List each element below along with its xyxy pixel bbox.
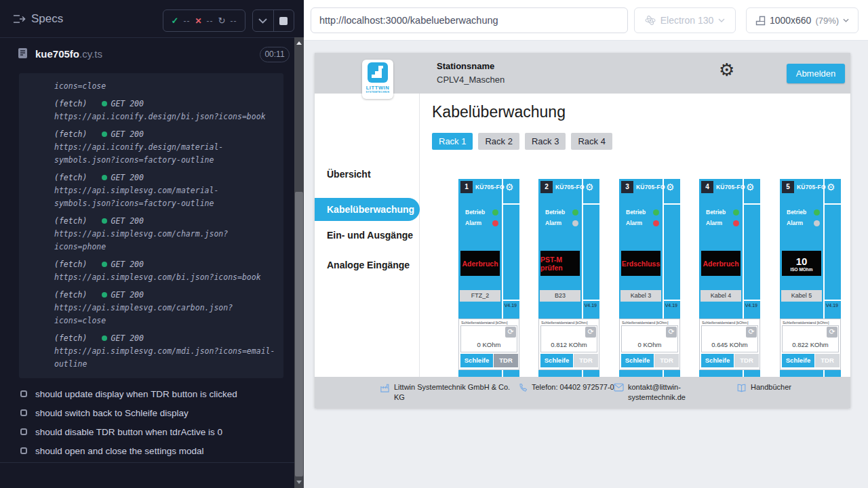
footer-manuals-link[interactable]: Handbücher — [736, 382, 791, 393]
firmware-version: V4.19 — [663, 303, 679, 308]
tdr-button[interactable]: TDR — [494, 354, 518, 367]
alarm-led — [733, 220, 739, 226]
betrieb-label: Betrieb — [626, 209, 649, 216]
resistance-label: Schleifenwiderstand [kOhm] — [702, 321, 760, 325]
zoom-level: (79%) — [815, 16, 839, 26]
scrollbar-thumb[interactable] — [295, 192, 303, 476]
logout-button[interactable]: Abmelden — [787, 64, 845, 83]
viewport-select[interactable]: 1000x660 (79%) — [746, 7, 859, 33]
betrieb-label: Betrieb — [545, 209, 568, 216]
device-settings-icon[interactable]: ⚙ — [827, 182, 835, 192]
tab-rack-2[interactable]: Rack 2 — [478, 133, 519, 150]
slot-number-badge: 1 — [460, 181, 473, 193]
cable-name: Kabel 5 — [781, 290, 822, 302]
sidebar-item-analoge-eingaenge[interactable]: Analoge Eingänge — [315, 256, 420, 274]
status-ok-icon — [102, 218, 107, 224]
alarm-label: Alarm — [626, 220, 649, 226]
specs-link[interactable]: Specs — [31, 12, 63, 26]
alarm-label: Alarm — [706, 220, 729, 226]
tdr-button[interactable]: TDR — [734, 354, 759, 367]
test-status-icon — [20, 390, 27, 397]
browser-select[interactable]: Electron 130 — [634, 7, 736, 33]
refresh-icon[interactable]: ⟳ — [827, 327, 837, 338]
log-entry[interactable]: (fetch)GET 200 https://api.simplesvg.com… — [54, 171, 283, 210]
sidebar-item-uebersicht[interactable]: Übersicht — [315, 165, 420, 183]
stop-run-button[interactable] — [273, 10, 294, 31]
resistance-section: Schleifenwiderstand [kOhm] ⟳ 0.822 KOhm … — [780, 319, 841, 370]
alarm-led — [814, 220, 820, 226]
device-settings-icon[interactable]: ⚙ — [746, 182, 755, 192]
status-display: Erdschluss — [621, 251, 660, 276]
tab-rack-3[interactable]: Rack 3 — [525, 133, 566, 150]
divider — [0, 462, 294, 463]
log-url: https://api.iconify.design/material-symb… — [54, 141, 278, 167]
test-status-icon — [20, 409, 27, 416]
url-input[interactable] — [311, 7, 628, 33]
schleife-button[interactable]: Schleife — [540, 354, 573, 367]
reporter-scrollbar — [294, 0, 304, 488]
app-header: Stationsname CPLV4_Maschen ⚙ Abmelden — [315, 53, 850, 94]
app-under-test: Stationsname CPLV4_Maschen ⚙ Abmelden LI… — [315, 53, 850, 408]
device-settings-icon[interactable]: ⚙ — [666, 182, 675, 192]
test-item[interactable]: should update display when TDR button is… — [0, 386, 294, 405]
betrieb-led — [572, 209, 578, 216]
footer-email: kontakt@littwin-systemtechnik.de — [614, 382, 706, 403]
schleife-button[interactable]: Schleife — [782, 354, 814, 367]
test-item[interactable]: should disable TDR button when tdrActive… — [0, 424, 294, 443]
log-entry[interactable]: (fetch)GET 200 https://api.simplesvg.com… — [54, 258, 283, 284]
test-item[interactable]: should open and close the settings modal — [0, 443, 294, 462]
resistance-label: Schleifenwiderstand [kOhm] — [622, 321, 679, 325]
footer-phone: Telefon: 04402 972577-0 — [518, 382, 614, 392]
log-entry[interactable]: (fetch)GET 200 https://api.simplesvg.com… — [54, 215, 283, 253]
sidebar-item-ein-und-ausgaenge[interactable]: Ein- und Ausgänge — [315, 226, 420, 244]
betrieb-led — [733, 209, 739, 216]
scroll-down-icon[interactable] — [296, 481, 302, 484]
sidebar-item-kabelueberwachung[interactable]: Kabelüberwachung — [315, 198, 420, 221]
station-label: Stationsname — [437, 61, 494, 71]
settings-gear-icon[interactable]: ⚙ — [719, 61, 734, 79]
refresh-icon[interactable]: ⟳ — [505, 327, 516, 338]
device-settings-icon[interactable]: ⚙ — [505, 182, 514, 192]
status-ok-icon — [102, 336, 107, 341]
resistance-display: ⟳ 0.645 KOhm — [701, 325, 758, 352]
alarm-label: Alarm — [545, 220, 568, 226]
collapse-button[interactable] — [253, 10, 273, 31]
refresh-icon[interactable]: ⟳ — [666, 327, 677, 338]
log-entry[interactable]: (fetch)GET 200 https://api.iconify.desig… — [54, 98, 283, 123]
resistance-value: 0.812 KOhm — [541, 341, 597, 348]
viewport-icon — [755, 16, 766, 26]
device-settings-icon[interactable]: ⚙ — [585, 182, 594, 192]
refresh-icon[interactable]: ⟳ — [585, 327, 596, 338]
rack-tabs: Rack 1 Rack 2 Rack 3 Rack 4 — [432, 133, 612, 150]
failed-icon: ✕ — [195, 16, 201, 26]
tdr-button[interactable]: TDR — [654, 354, 679, 367]
schleife-button[interactable]: Schleife — [621, 354, 654, 367]
status-ok-icon — [102, 101, 107, 106]
schleife-button[interactable]: Schleife — [460, 354, 493, 367]
log-entry[interactable]: (fetch)GET 200 https://api.iconify.desig… — [54, 128, 283, 167]
betrieb-led — [492, 209, 498, 216]
footer-company: Littwin Systemtechnik GmbH & Co. KG — [380, 382, 516, 403]
log-entry[interactable]: (fetch)GET 200 https://api.simplesvg.com… — [54, 332, 283, 371]
test-item[interactable]: should switch back to Schleife display — [0, 405, 294, 424]
log-overflow-line[interactable]: icons=close — [54, 80, 283, 93]
log-url: https://api.simplesvg.com/bi.json?icons=… — [54, 271, 278, 284]
tdr-button[interactable]: TDR — [574, 354, 598, 367]
refresh-icon[interactable]: ⟳ — [746, 327, 757, 338]
alarm-led — [572, 220, 578, 226]
tab-rack-1[interactable]: Rack 1 — [432, 133, 473, 150]
status-ok-icon — [102, 292, 107, 298]
sidebar-toggle-icon[interactable] — [12, 14, 26, 27]
log-entry[interactable]: (fetch)GET 200 https://api.simplesvg.com… — [54, 289, 283, 327]
schleife-button[interactable]: Schleife — [701, 354, 734, 367]
scroll-up-icon[interactable] — [296, 41, 302, 45]
device-card-5: 5 KÜ705-FO ⚙ Betrieb Alarm 10ISO MOhm Ka… — [780, 179, 841, 377]
spec-file-row[interactable]: kue705fo.cy.ts 00:11 — [0, 38, 294, 70]
chevron-down-icon — [843, 18, 849, 22]
betrieb-led — [653, 209, 659, 216]
firmware-version: V4.19 — [823, 303, 840, 308]
tab-rack-4[interactable]: Rack 4 — [571, 133, 612, 150]
scrollbar-track[interactable] — [294, 37, 304, 488]
tdr-button[interactable]: TDR — [815, 354, 840, 367]
resistance-section: Schleifenwiderstand [kOhm] ⟳ 0.645 KOhm … — [699, 319, 760, 370]
